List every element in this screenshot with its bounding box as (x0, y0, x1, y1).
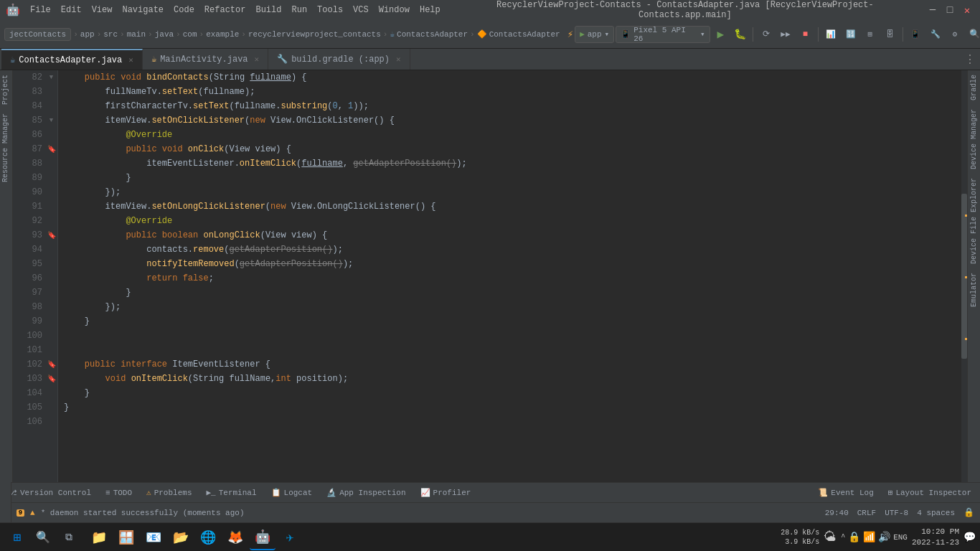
taskbar-app-android-studio[interactable]: 🤖 (250, 524, 275, 550)
warning-chevron-up[interactable]: ▲ (30, 509, 35, 517)
db-btn[interactable]: 🗄 (881, 25, 899, 44)
emulator-label: Pixel 5 API 26 (633, 26, 697, 43)
avd-btn[interactable]: 📱 (907, 25, 925, 44)
bookmark-icon-102[interactable]: 🔖 (47, 360, 56, 369)
taskbar-app-firefox[interactable]: 🦊 (222, 524, 248, 550)
search-button[interactable]: 🔍 (30, 524, 56, 550)
taskbar-app-telegram[interactable]: ✈ (277, 524, 303, 550)
taskbar-app-store[interactable]: 🪟 (113, 524, 139, 550)
menu-view[interactable]: View (88, 4, 117, 17)
minimize-button[interactable]: ─ (925, 3, 940, 17)
line-num-86: 86 (16, 128, 42, 142)
sidebar-emulator[interactable]: Emulator (969, 268, 979, 311)
line-num-95: 95 (16, 257, 42, 271)
code-line-89: } (64, 171, 956, 185)
breadcrumb-contactsadapter2: ContactsAdapter (489, 30, 560, 39)
tray-expand-icon[interactable]: ^ (841, 533, 845, 541)
menu-edit[interactable]: Edit (57, 4, 86, 17)
terminal-tab[interactable]: ▶_ Terminal (202, 486, 260, 499)
recent-files-icon[interactable]: ⋮ (964, 52, 976, 67)
tabbar-extras: ⋮ (964, 49, 980, 70)
window-title: RecyclerViewProject-Contacts - ContactsA… (451, 0, 920, 20)
tab-close-1[interactable]: ✕ (128, 55, 133, 65)
menu-refactor[interactable]: Refactor (200, 4, 250, 17)
sidebar-project[interactable]: Project (0, 70, 12, 109)
menu-vcs[interactable]: VCS (349, 4, 373, 17)
sidebar-device-file-explorer[interactable]: Device File Explorer (969, 174, 979, 268)
stop-button[interactable]: ■ (796, 25, 814, 44)
app-inspection-tab[interactable]: 🔬 App Inspection (322, 486, 410, 499)
menu-navigate[interactable]: Navigate (118, 4, 168, 17)
menu-window[interactable]: Window (374, 4, 414, 17)
search-btn[interactable]: 🔍 (965, 25, 980, 44)
sdk-btn[interactable]: 🔧 (926, 25, 944, 44)
bookmark-icon-103[interactable]: 🔖 (47, 375, 56, 383)
tab-close-2[interactable]: ✕ (255, 55, 260, 64)
gutter-93: 🔖 (45, 228, 57, 242)
layout-inspector-tab[interactable]: ⊞ Layout Inspector (884, 486, 976, 499)
debug-button[interactable]: 🐛 (731, 25, 749, 44)
indent-indicator[interactable]: 4 spaces (917, 509, 955, 517)
close-button[interactable]: ✕ (960, 3, 974, 17)
todo-tab[interactable]: ≡ TODO (101, 487, 136, 499)
tab-close-3[interactable]: ✕ (396, 55, 401, 64)
encoding-indicator[interactable]: UTF-8 (885, 509, 908, 517)
taskbar-app-edge[interactable]: 🌐 (195, 524, 221, 550)
tab-buildgradle[interactable]: 🔧 build.gradle (:app) ✕ (268, 49, 410, 70)
sync-button[interactable]: ⟳ (757, 25, 775, 44)
tab-contactsadapter[interactable]: ☕ ContactsAdapter.java ✕ (1, 49, 143, 70)
line-col-indicator[interactable]: 29:40 (825, 509, 849, 517)
memory-btn[interactable]: 🔢 (842, 25, 859, 44)
code-editor[interactable]: public void bindContacts(String fullname… (58, 70, 961, 482)
gutter-100 (45, 329, 57, 343)
layout-btn[interactable]: ⊞ (861, 25, 879, 44)
menu-build[interactable]: Build (251, 4, 286, 17)
tab-mainactivity[interactable]: ☕ MainActivity.java ✕ (143, 49, 268, 70)
device-icon: 📱 (621, 29, 631, 39)
tray-volume-icon[interactable]: 🔊 (878, 531, 890, 543)
gutter-106 (45, 415, 57, 429)
sidebar-gradle[interactable]: Gradle (969, 70, 979, 105)
run-tests-button[interactable]: ▶▶ (776, 25, 794, 44)
sidebar-device-manager[interactable]: Device Manager (969, 105, 979, 174)
settings-btn[interactable]: ⚙ (946, 25, 963, 44)
app-config-dropdown[interactable]: ▶ app ▾ (575, 26, 614, 43)
profile-btn[interactable]: 📊 (822, 25, 840, 44)
bookmark-icon-93[interactable]: 🔖 (47, 231, 56, 240)
run-button[interactable]: ▶ (712, 25, 730, 44)
taskbar-app-files[interactable]: 📁 (86, 524, 112, 550)
taskbar-app-explorer[interactable]: 📂 (168, 524, 194, 550)
start-button[interactable]: ⊞ (4, 524, 30, 550)
task-view-button[interactable]: ⧉ (56, 524, 82, 550)
menu-tools[interactable]: Tools (313, 4, 347, 17)
maximize-button[interactable]: □ (943, 3, 957, 17)
event-log-tab[interactable]: 📜 Event Log (814, 486, 877, 499)
breadcrumb-jectcontacts[interactable]: jectContacts (4, 28, 71, 41)
fold-icon-85[interactable]: ▼ (50, 117, 53, 124)
code-line-92: @Override (64, 214, 956, 228)
tab-java-icon-1: ☕ (10, 55, 15, 65)
version-control-tab[interactable]: ⎇ Version Control (4, 487, 95, 499)
tray-lang-icon[interactable]: ENG (893, 533, 908, 542)
sidebar-resource-manager[interactable]: Resource Manager (0, 109, 12, 187)
menu-file[interactable]: File (26, 4, 55, 17)
taskbar-apps: 📁 🪟 📧 📂 🌐 🦊 🤖 ✈ (86, 524, 303, 550)
menu-run[interactable]: Run (287, 4, 311, 17)
mail-icon: 📧 (146, 529, 161, 545)
menu-code[interactable]: Code (169, 4, 199, 17)
menu-help[interactable]: Help (415, 4, 445, 17)
problems-tab[interactable]: ⚠ Problems (142, 486, 196, 499)
fold-icon-82[interactable]: ▼ (50, 74, 53, 81)
line-num-92: 92 (16, 214, 42, 228)
notifications-icon[interactable]: 💬 (963, 531, 976, 543)
line-ending-indicator[interactable]: CRLF (857, 509, 876, 517)
clock[interactable]: 10:20 PM 2022-11-23 (912, 527, 959, 547)
logcat-tab[interactable]: 📋 Logcat (267, 486, 317, 499)
taskbar-app-mail[interactable]: 📧 (141, 524, 166, 550)
code-minimap[interactable] (961, 70, 967, 482)
emulator-dropdown[interactable]: 📱 Pixel 5 API 26 ▾ (616, 26, 710, 43)
profiler-tab[interactable]: 📈 Profiler (416, 486, 476, 499)
tray-wifi-icon[interactable]: 📶 (863, 531, 875, 543)
bookmark-icon-87[interactable]: 🔖 (47, 145, 56, 154)
tray-network-icon[interactable]: 🔒 (848, 531, 860, 543)
